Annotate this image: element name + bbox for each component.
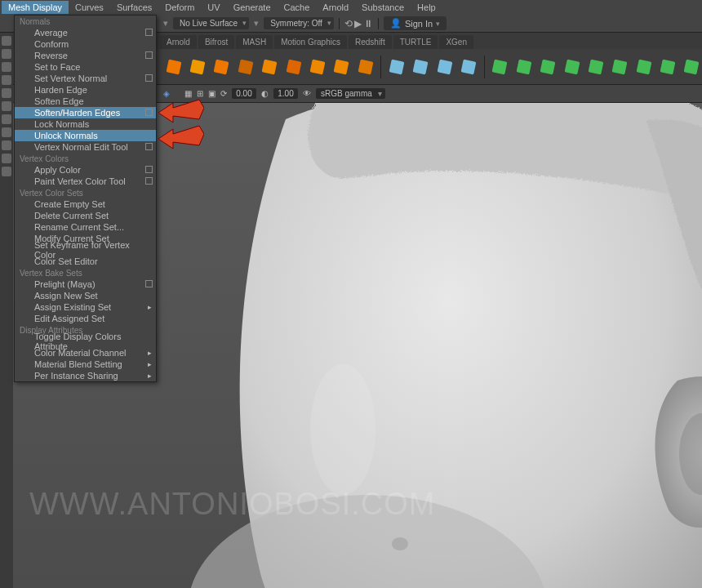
- gamma-icon[interactable]: ◐: [261, 89, 269, 98]
- tool-icon[interactable]: [2, 127, 11, 137]
- menu-item-reverse[interactable]: Reverse: [15, 50, 156, 61]
- menu-generate[interactable]: Generate: [227, 1, 278, 14]
- shelf-tool-plane[interactable]: [260, 56, 280, 78]
- shelf-tab-motion-graphics[interactable]: Motion Graphics: [274, 35, 347, 49]
- options-box-icon[interactable]: [145, 29, 153, 36]
- menu-uv[interactable]: UV: [201, 1, 226, 14]
- shelf-tool-line[interactable]: [386, 56, 407, 78]
- shelf-tool-grp[interactable]: [513, 56, 534, 78]
- menu-item-color-set-editor[interactable]: Color Set Editor: [15, 256, 156, 267]
- menu-curves[interactable]: Curves: [69, 1, 110, 14]
- shelf-tool-cube[interactable]: [490, 56, 510, 78]
- menu-item-lock-normals[interactable]: Lock Normals: [15, 118, 156, 130]
- menu-deform[interactable]: Deform: [158, 1, 201, 14]
- tool-icon[interactable]: [2, 62, 11, 72]
- menu-item-set-to-face[interactable]: Set to Face: [15, 61, 156, 73]
- shelf-tool-shd[interactable]: [537, 56, 558, 78]
- tool-icon[interactable]: [2, 88, 11, 98]
- menu-help[interactable]: Help: [411, 1, 442, 14]
- shelf-tool-x[interactable]: [657, 56, 678, 78]
- shelf-tool-cube[interactable]: [187, 56, 207, 78]
- menu-item-average[interactable]: Average: [15, 27, 156, 38]
- options-box-icon[interactable]: [145, 143, 153, 150]
- shelf-tool-sph[interactable]: [235, 56, 255, 78]
- menu-item-create-empty-set[interactable]: Create Empty Set: [15, 198, 156, 210]
- menu-item-assign-new-set[interactable]: Assign New Set: [15, 290, 156, 301]
- live-surface-dropdown[interactable]: No Live Surface: [173, 17, 249, 29]
- menu-item-apply-color[interactable]: Apply Color: [15, 164, 156, 176]
- options-box-icon[interactable]: [145, 280, 153, 287]
- menu-item-per-instance-sharing[interactable]: Per Instance Sharing▸: [15, 370, 156, 381]
- shelf-tool-cub2[interactable]: [562, 56, 582, 78]
- svg-point-25: [310, 364, 375, 495]
- menu-item-set-vertex-normal[interactable]: Set Vertex Normal: [15, 73, 156, 84]
- menu-item-paint-vertex-color-tool[interactable]: Paint Vertex Color Tool: [15, 176, 156, 187]
- play-icon[interactable]: ▶: [354, 18, 362, 29]
- shelf-tab-mash[interactable]: MASH: [236, 35, 273, 49]
- menu-arnold[interactable]: Arnold: [316, 1, 355, 14]
- shelf-tab-redshift[interactable]: Redshift: [349, 35, 392, 49]
- menu-item-material-blend-setting[interactable]: Material Blend Setting▸: [15, 359, 156, 370]
- menu-item-prelight-maya-[interactable]: Prelight (Maya): [15, 278, 156, 290]
- menu-item-rename-current-set-[interactable]: Rename Current Set...: [15, 221, 156, 233]
- options-box-icon[interactable]: [145, 74, 153, 82]
- shelf-tool-cyl[interactable]: [211, 56, 232, 78]
- tool-icon[interactable]: [2, 101, 11, 111]
- shelf-tool-torus[interactable]: [283, 56, 304, 78]
- symmetry-dropdown[interactable]: Symmetry: Off: [264, 17, 334, 29]
- shelf-tab-bifrost[interactable]: Bifrost: [198, 35, 234, 49]
- tool-icon[interactable]: [2, 140, 11, 150]
- menu-item-edit-assigned-set[interactable]: Edit Assigned Set: [15, 313, 156, 324]
- menu-item-soften-harden-edges[interactable]: Soften/Harden Edges: [15, 107, 156, 118]
- playback-controls[interactable]: ⟲ ▶ ⏸: [344, 18, 373, 29]
- shelf-tool-star[interactable]: [355, 56, 375, 78]
- exposure-field[interactable]: 0.00: [232, 88, 256, 99]
- menu-substance[interactable]: Substance: [355, 1, 411, 14]
- menu-item-assign-existing-set[interactable]: Assign Existing Set▸: [15, 301, 156, 313]
- menu-surfaces[interactable]: Surfaces: [110, 1, 158, 14]
- tool-icon[interactable]: [2, 75, 11, 85]
- menu-cache[interactable]: Cache: [278, 1, 317, 14]
- menu-item-harden-edge[interactable]: Harden Edge: [15, 84, 156, 96]
- menu-item-vertex-normal-edit-tool[interactable]: Vertex Normal Edit Tool: [15, 141, 156, 153]
- shelf-tool-edit[interactable]: [458, 56, 478, 78]
- shelf-tool-curve[interactable]: [411, 56, 431, 78]
- menu-mesh-display[interactable]: Mesh Display: [2, 1, 69, 14]
- shelf-tool-flag[interactable]: [610, 56, 630, 78]
- options-box-icon[interactable]: [145, 109, 153, 116]
- shelf-tool-cube[interactable]: [163, 56, 184, 78]
- shelf-tab-arnold[interactable]: Arnold: [160, 35, 197, 49]
- pause-icon[interactable]: ⏸: [363, 18, 373, 29]
- shelf-tab-xgen[interactable]: XGen: [439, 35, 473, 49]
- rewind-icon[interactable]: ⟲: [344, 18, 353, 29]
- tool-icon[interactable]: [2, 167, 11, 176]
- shelf-tab-turtle[interactable]: TURTLE: [393, 35, 438, 49]
- menu-item-toggle-display-colors-attribute[interactable]: Toggle Display Colors Attribute: [15, 336, 156, 347]
- gamma-field[interactable]: 1.00: [273, 88, 298, 99]
- eye-icon[interactable]: 👁: [303, 89, 311, 98]
- gate-icon[interactable]: ▣: [208, 89, 215, 98]
- shelf-tool-grid[interactable]: [585, 56, 606, 78]
- shelf-tool-bez[interactable]: [434, 56, 455, 78]
- menu-item-unlock-normals[interactable]: Unlock Normals: [15, 130, 156, 141]
- options-box-icon[interactable]: [145, 51, 153, 59]
- tool-icon[interactable]: [2, 114, 11, 124]
- options-box-icon[interactable]: [145, 166, 153, 173]
- tool-icon[interactable]: [2, 154, 11, 163]
- menu-item-set-keyframe-for-vertex-color[interactable]: Set Keyframe for Vertex Color: [15, 244, 156, 256]
- shelf-tool-wrench[interactable]: [633, 56, 654, 78]
- shelf-tool-grid[interactable]: [331, 56, 352, 78]
- refresh-icon[interactable]: ⟳: [220, 89, 227, 98]
- shelf-tool-x2[interactable]: [682, 56, 702, 78]
- tool-icon[interactable]: [2, 36, 11, 46]
- tool-icon[interactable]: [2, 49, 11, 59]
- menu-item-soften-edge[interactable]: Soften Edge: [15, 96, 156, 107]
- shelf-tool-tri[interactable]: [307, 56, 327, 78]
- svg-rect-18: [612, 59, 628, 74]
- colorspace-dropdown[interactable]: sRGB gamma: [316, 88, 385, 99]
- menu-item-conform[interactable]: Conform: [15, 38, 156, 50]
- menu-item-delete-current-set[interactable]: Delete Current Set: [15, 210, 156, 221]
- signin-button[interactable]: 👤 Sign In ▾: [384, 16, 447, 30]
- menu-item-color-material-channel[interactable]: Color Material Channel▸: [15, 347, 156, 359]
- options-box-icon[interactable]: [145, 177, 153, 185]
